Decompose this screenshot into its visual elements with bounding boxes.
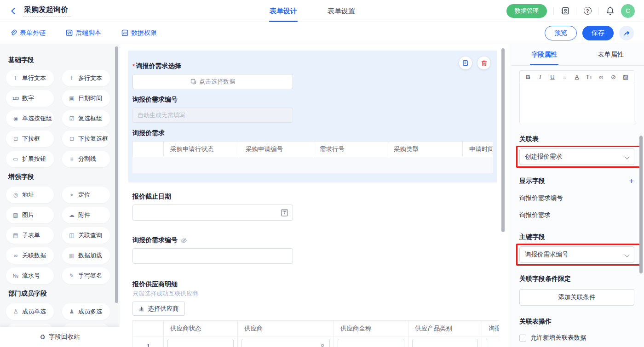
preview-button[interactable]: 预览 [545,26,577,40]
add-condition-button[interactable]: 添加关联条件 [519,289,634,306]
address-book-button[interactable] [560,6,569,16]
palette-item-label: 成员多选 [78,307,102,316]
header-tabs: 表单设计 表单设置 [270,0,355,22]
unlink-icon[interactable]: ⊘ [609,74,618,80]
deadline-field[interactable]: 报价截止日期 7 [132,193,497,221]
palette-item[interactable]: ▣日期时间 [62,90,110,107]
palette-item[interactable]: ◎地址 [6,187,54,203]
data-load-icon: ▥ [68,252,75,259]
recycle-icon: ♻ [40,333,46,341]
table-ops-label: 关联表操作 [519,318,634,326]
user-avatar[interactable]: C [621,4,635,18]
save-button[interactable]: 保存 [582,26,614,40]
display-field-item[interactable]: 询报价需求编号 [519,194,634,202]
tab-form-design[interactable]: 表单设计 [270,0,297,22]
supplier-cell-input[interactable] [486,339,499,347]
form-external-link-button[interactable]: 表单外链 [10,29,46,37]
selected-field-block[interactable]: * 询报价需求选择 点击选择数据 询报价需求编号 自动生成无需填写 询报价需求 … [128,51,497,182]
toolbar-link-label: 数据权限 [131,29,157,37]
related-table-select[interactable]: 创建报价需求 [519,148,634,165]
choose-supplier-button[interactable]: 选择供应商 [132,301,185,316]
back-button[interactable] [9,7,17,15]
divider [598,7,599,15]
allow-add-checkbox[interactable] [519,335,526,341]
palette-item[interactable]: ⌖定位 [62,187,110,203]
data-manage-button[interactable]: 数据管理 [506,4,547,18]
palette-item[interactable]: ✎手写签名 [62,267,110,284]
palette-item[interactable]: ∞关联数据 [6,247,54,264]
multi-dropdown-icon: ⊟ [68,136,75,142]
palette-item-label: 多行文本 [78,74,102,82]
add-display-field-button[interactable]: + [629,177,634,185]
deadline-date-input[interactable]: 7 [132,205,293,221]
image-icon: ▨ [12,212,19,218]
notification-button[interactable] [605,6,615,16]
properties-scrollbar[interactable] [639,136,643,273]
code-sub-label: 询报价需求编号 [132,96,493,104]
tab-field-properties[interactable]: 字段属性 [511,44,578,65]
italic-icon[interactable]: I [536,73,545,80]
palette-item-label: 下拉框 [22,135,40,143]
palette-item[interactable]: ⊟下拉复选框 [62,131,110,147]
palette-item[interactable]: ☑复选框组 [62,110,110,127]
richtext-input[interactable] [520,83,634,123]
sidebar-scrollbar[interactable] [115,46,118,303]
display-fields-label: 显示字段 + [519,177,634,185]
supplier-cell-input[interactable] [338,339,404,347]
supplier-cell-input[interactable] [412,339,478,347]
palette-item-label: 流水号 [22,272,40,280]
form-title[interactable]: 采购发起询价 [23,5,71,17]
backend-script-button[interactable]: 后端脚本 [66,29,101,37]
palette-item[interactable]: ♟成员多选 [62,303,110,320]
palette-item[interactable]: ▨图片 [6,207,54,223]
palette-item[interactable]: ▥数据加载 [62,247,110,264]
palette-item[interactable]: T单行文本 [6,70,54,86]
share-button[interactable] [619,26,634,40]
delete-field-button[interactable] [477,57,490,69]
palette-item[interactable]: ☁附件 [62,207,110,223]
palette-item[interactable]: ▤子表单 [6,227,54,244]
external-link-icon [10,29,17,36]
supplier-subform[interactable]: 报价供应商明细 只能选择成功互联供应商 选择供应商 供应商状态供应商供应商全称供… [132,280,497,347]
help-button[interactable]: ? [583,6,592,16]
linked-table-column-header: 需求行号 [313,142,387,157]
palette-item[interactable]: ⊡下拉框 [6,131,54,147]
divider-icon: ≡ [68,156,75,162]
palette-item[interactable]: ◫关联查询 [62,227,110,244]
data-permission-button[interactable]: 数据权限 [121,29,157,37]
backend-script-icon [66,29,73,36]
duplicate-field-button[interactable] [459,57,472,69]
bold-icon[interactable]: B [523,74,533,80]
palette-item[interactable]: Ŧ多行文本 [62,70,110,86]
underline-icon[interactable]: U [548,74,557,80]
display-field-item[interactable]: 询报价需求 [519,211,634,219]
tab-form-settings[interactable]: 表单设置 [328,0,355,22]
select-data-button[interactable]: 点击选择数据 [132,74,293,89]
person-icon [319,343,326,347]
auto-code-input[interactable]: 自动生成无需填写 [132,108,293,123]
palette-item[interactable]: №流水号 [6,267,54,284]
palette-item[interactable]: ◉单选按钮组 [6,110,54,127]
share-arrow-icon [623,29,630,37]
supplier-cell-input[interactable] [167,339,234,347]
insert-image-icon[interactable]: ▨ [621,74,630,80]
primary-key-select[interactable]: 询报价需求编号 [519,246,634,263]
palette-item[interactable]: ≡分割线 [62,151,110,167]
palette-item[interactable]: ♙成员单选 [6,303,54,320]
tab-form-properties[interactable]: 表单属性 [578,44,644,65]
canvas-scrollbar[interactable] [501,48,505,232]
form-toolbar: 表单外链 后端脚本 数据权限 预览 保存 [0,22,644,44]
code-field[interactable]: 询报价需求编号 [132,236,497,264]
code-input[interactable] [132,248,293,264]
palette-item-label: 成员单选 [22,307,46,316]
palette-item-label: 数字 [22,94,34,102]
supplier-cell-input[interactable] [242,339,330,347]
font-size-icon[interactable]: Tᴛ [585,74,594,80]
palette-section-title: 增强字段 [8,173,120,181]
palette-item[interactable]: ▭扩展按钮 [6,151,54,167]
link-icon[interactable]: ∞ [597,74,606,80]
align-icon[interactable]: ≡ [560,74,569,80]
font-color-icon[interactable]: A [572,74,581,80]
palette-item[interactable]: 123数字 [6,90,54,107]
field-recycle-bin-button[interactable]: ♻ 字段回收站 [0,327,120,347]
